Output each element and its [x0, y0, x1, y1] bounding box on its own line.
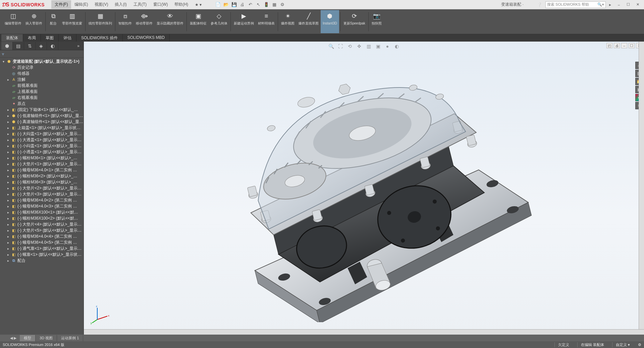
tree-row[interactable]: ▸◧(-) 小透盖<1> (默认<<默认>_显示… [0, 149, 84, 155]
viewport-min-icon[interactable]: – [621, 43, 627, 48]
tree-row[interactable]: ▸◧(-) 大闷盖<1> (默认<<默认>_显示… [0, 131, 84, 137]
command-tab[interactable]: 草图 [41, 34, 59, 42]
panel-tab-propertymanager[interactable]: ▤ [13, 42, 24, 50]
ribbon-button[interactable]: 📷拍快照 [370, 10, 384, 33]
command-tab[interactable]: SOLIDWORKS MBD [123, 34, 170, 42]
ribbon-button[interactable]: ⧉配合 [47, 10, 60, 33]
tree-expander-icon[interactable]: ▸ [6, 144, 10, 148]
hud-scene-icon[interactable]: ◐ [393, 43, 400, 50]
tree-row[interactable]: ▸◧(-) 大垫片<1> (默认<<默认>_显示… [0, 161, 84, 167]
tree-row[interactable]: ▱前视基准面 [0, 82, 84, 89]
tree-expander-icon[interactable]: ▾ [1, 60, 5, 63]
qat-print-icon[interactable]: 🖨 [239, 2, 245, 8]
tree-row[interactable]: ⟳历史记录 [0, 64, 84, 70]
tree-row[interactable]: ▸A注解 [0, 76, 84, 82]
tree-expander-icon[interactable]: ▸ [6, 126, 10, 130]
qat-pointer-icon[interactable]: ↖ [255, 2, 261, 8]
ribbon-button[interactable]: ╱爆炸直线草图 [297, 10, 321, 33]
tree-expander-icon[interactable]: ▸ [6, 259, 10, 263]
tree-expander-icon[interactable]: ▸ [6, 223, 10, 226]
tree-row[interactable]: ▸◧(-) 螺栓M36<2> (默认<<默认>_… [0, 173, 84, 179]
menu-item[interactable]: 文件(F) [51, 0, 71, 9]
tree-expander-icon[interactable]: ▸ [6, 114, 10, 118]
search-input[interactable]: 搜索 SOLIDWORKS 帮助🔍▾ [545, 1, 606, 8]
status-cell[interactable]: 自定义 ▾ [612, 342, 633, 347]
tree-row[interactable]: ▸◧(-) 大垫片<3> (默认<<默认>_显示… [0, 191, 84, 197]
hud-display-icon[interactable]: ▣ [375, 43, 381, 50]
status-cell[interactable]: 欠定义 [554, 342, 573, 347]
status-cell[interactable]: 在编辑 装配体 [577, 342, 607, 347]
tree-row[interactable]: ✦原点 [0, 101, 84, 107]
command-tab[interactable]: 布局 [23, 34, 41, 42]
command-tab[interactable]: SOLIDWORKS 插件 [76, 34, 123, 42]
tree-expander-icon[interactable]: ▸ [6, 132, 10, 136]
menu-item[interactable]: 插入(I) [111, 0, 130, 9]
hud-pan-icon[interactable]: ✥ [356, 43, 363, 50]
tree-expander-icon[interactable]: ▸ [6, 162, 10, 166]
tree-row[interactable]: ▸⬢(-) 低速轴组件<1> (默认<<默认_显… [0, 113, 84, 119]
tree-row[interactable]: ▱上视基准面 [0, 89, 84, 95]
tree-row[interactable]: ▸◧(-) 螺栓M36X100<1> (默认<<默… [0, 209, 84, 215]
command-tab[interactable]: 装配体 [1, 34, 23, 42]
tree-row[interactable]: ▸◧(-) 螺母M36×4.0<2> (第二实例 … [0, 197, 84, 203]
tree-expander-icon[interactable]: ▸ [6, 150, 10, 154]
tree-expander-icon[interactable]: ▸ [6, 180, 10, 184]
ribbon-button[interactable]: ⧈智能扣件 [116, 10, 134, 33]
command-tab[interactable]: 评估 [59, 34, 76, 42]
bottom-tab[interactable]: 3D 视图 [36, 335, 57, 341]
ribbon-button[interactable]: ▣装配体特征 [188, 10, 209, 33]
viewport-popout-icon[interactable]: ◰ [606, 43, 612, 48]
panel-tab-dimxpert[interactable]: ◈ [36, 42, 47, 50]
viewport-max-icon[interactable]: ☐ [629, 43, 635, 48]
ribbon-button[interactable]: ⟳更新Speedpak [341, 10, 367, 33]
ribbon-button[interactable]: ▥零部件预览窗 [60, 10, 84, 33]
search-go-icon[interactable]: ▸ [609, 2, 611, 7]
tree-expander-icon[interactable]: ▸ [6, 168, 10, 172]
tree-row[interactable]: ▸◧(固定) 下箱体<1> (默认<<默认_… [0, 107, 84, 113]
qat-grid-icon[interactable]: ▦ [271, 2, 277, 8]
tree-expander-icon[interactable]: ▸ [6, 211, 10, 214]
ribbon-button[interactable]: 👁显示隐藏的零部件 [155, 10, 185, 33]
tree-row[interactable]: ▸◧(-) 大垫片<4> (默认<<默认>_显示… [0, 221, 84, 227]
tree-row[interactable]: ▸◧上箱盖<1> (默认<<默认>_显示状… [0, 125, 84, 131]
qat-options-icon[interactable]: ⚙ [279, 2, 285, 8]
tree-expander-icon[interactable]: ▸ [6, 108, 10, 112]
tree-expander-icon[interactable]: ▸ [6, 198, 10, 202]
qat-undo-icon[interactable]: ↶ [247, 2, 253, 8]
tree-row[interactable]: ▸◧(-) 大垫片<2> (默认<<默认>_显示… [0, 185, 84, 191]
tree-row[interactable]: ▸◧(-) 螺栓M36X100<2> (默认<<默… [0, 215, 84, 221]
tree-expander-icon[interactable]: ▸ [6, 205, 10, 208]
tree-row[interactable]: ▾⬢变速箱装配 (默认<默认_显示状态-1>) [0, 58, 84, 64]
menu-item[interactable]: 视图(V) [91, 0, 111, 9]
help-icon[interactable]: ❔ [537, 2, 542, 7]
tree-row[interactable]: ▸◧(-) 螺母M36×4.0<1> (第二实例 … [0, 167, 84, 173]
vertical-scrollbar[interactable] [639, 42, 644, 329]
horizontal-scrollbar[interactable] [84, 329, 644, 335]
tree-row[interactable]: ▸⧉配合 [0, 257, 84, 264]
window-close-icon[interactable]: ✕ [633, 2, 642, 8]
tree-expander-icon[interactable]: ▸ [6, 138, 10, 142]
bottom-tabs-nav-icon[interactable]: ◀ ▶ [7, 336, 20, 340]
tree-expander-icon[interactable]: ▸ [6, 174, 10, 178]
tree-expander-icon[interactable]: ▸ [6, 247, 10, 250]
menu-item[interactable]: 帮助(H) [171, 0, 192, 9]
status-settings-icon[interactable]: ⚙ [638, 343, 641, 347]
menu-item[interactable]: 窗口(W) [150, 0, 171, 9]
menu-item[interactable]: 工具(T) [130, 0, 150, 9]
qat-open-icon[interactable]: 📂 [223, 2, 229, 8]
tree-row[interactable]: ▱右视基准面 [0, 95, 84, 101]
tree-row[interactable]: ▸⬢(-) 高速轴组件<1> (默认<<默认_显… [0, 119, 84, 125]
tree-row[interactable]: ▸◧(-) 螺栓M36<3> (默认<<默认>_… [0, 179, 84, 185]
ribbon-button[interactable]: ≡材料明细表 [256, 10, 277, 33]
window-max-icon[interactable]: ☐ [624, 2, 633, 8]
ribbon-button[interactable]: ◇参考几何体 [209, 10, 229, 33]
ribbon-button[interactable]: ✴爆炸视图 [279, 10, 297, 33]
hud-appearance-icon[interactable]: ● [384, 43, 391, 50]
hud-section-icon[interactable]: ▥ [365, 43, 372, 50]
ribbon-button[interactable]: ⟴移动零部件 [134, 10, 155, 33]
ribbon-button[interactable]: ◫编辑零部件 [3, 10, 23, 33]
ribbon-button[interactable]: ▶新建运动算例 [232, 10, 256, 33]
tree-row[interactable]: ◎传感器 [0, 70, 84, 76]
tree-expander-icon[interactable]: ▸ [6, 253, 10, 256]
panel-tab-featuremanager[interactable]: ⬢ [1, 42, 13, 50]
